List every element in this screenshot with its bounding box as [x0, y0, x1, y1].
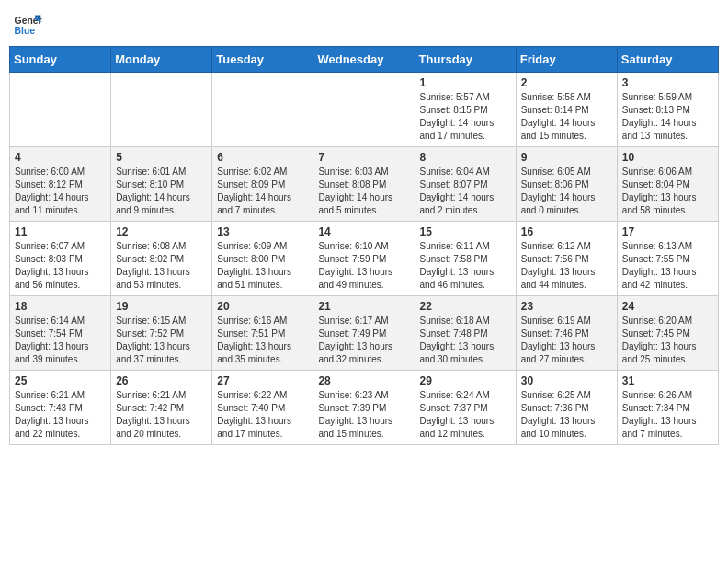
- day-info: Sunrise: 6:15 AM: [116, 315, 207, 327]
- day-info: Sunrise: 6:21 AM: [116, 389, 207, 402]
- header-tuesday: Tuesday: [212, 47, 313, 73]
- calendar-header-row: SundayMondayTuesdayWednesdayThursdayFrid…: [10, 47, 719, 73]
- day-info: and 17 minutes.: [420, 130, 511, 143]
- day-number: 17: [622, 225, 713, 238]
- day-number: 26: [116, 374, 207, 387]
- day-info: Sunset: 8:03 PM: [15, 253, 106, 266]
- day-number: 20: [217, 300, 308, 313]
- calendar-cell: 2Sunrise: 5:58 AMSunset: 8:14 PMDaylight…: [516, 73, 617, 147]
- day-info: Sunrise: 6:05 AM: [521, 166, 612, 178]
- day-info: Daylight: 13 hours: [420, 340, 511, 353]
- day-info: Sunrise: 6:24 AM: [420, 389, 511, 402]
- day-info: Daylight: 14 hours: [116, 191, 207, 204]
- day-number: 15: [420, 225, 511, 238]
- day-info: Sunrise: 6:16 AM: [217, 315, 308, 327]
- day-info: Sunrise: 6:11 AM: [420, 240, 511, 253]
- header-wednesday: Wednesday: [313, 47, 415, 73]
- day-info: Sunrise: 6:14 AM: [15, 315, 106, 327]
- svg-text:Blue: Blue: [15, 26, 36, 36]
- day-number: 28: [318, 374, 409, 387]
- day-info: Sunrise: 6:22 AM: [217, 389, 308, 402]
- day-info: and 58 minutes.: [622, 204, 713, 217]
- calendar-cell: 27Sunrise: 6:22 AMSunset: 7:40 PMDayligh…: [212, 371, 313, 445]
- calendar-cell: 8Sunrise: 6:04 AMSunset: 8:07 PMDaylight…: [415, 147, 516, 222]
- calendar-cell: [111, 73, 212, 147]
- day-info: and 46 minutes.: [420, 279, 511, 292]
- day-info: and 12 minutes.: [420, 428, 511, 441]
- day-info: Sunset: 8:08 PM: [318, 178, 409, 191]
- day-info: Sunrise: 6:06 AM: [622, 166, 713, 178]
- day-number: 30: [521, 374, 612, 387]
- calendar-cell: 29Sunrise: 6:24 AMSunset: 7:37 PMDayligh…: [415, 371, 516, 445]
- day-info: Sunset: 7:45 PM: [622, 327, 713, 340]
- calendar-cell: 17Sunrise: 6:13 AMSunset: 7:55 PMDayligh…: [617, 222, 718, 296]
- logo-icon: General Blue: [13, 9, 42, 39]
- day-info: Sunrise: 6:18 AM: [420, 315, 511, 327]
- calendar-cell: 30Sunrise: 6:25 AMSunset: 7:36 PMDayligh…: [516, 371, 617, 445]
- day-info: and 30 minutes.: [420, 353, 511, 366]
- day-info: and 13 minutes.: [622, 130, 713, 143]
- day-info: Daylight: 13 hours: [217, 415, 308, 428]
- day-info: and 39 minutes.: [15, 353, 106, 366]
- day-info: Sunset: 8:00 PM: [217, 253, 308, 266]
- day-info: Daylight: 14 hours: [15, 191, 106, 204]
- day-info: Sunrise: 6:08 AM: [116, 240, 207, 253]
- calendar-week-3: 11Sunrise: 6:07 AMSunset: 8:03 PMDayligh…: [10, 222, 719, 296]
- day-info: Sunset: 7:39 PM: [318, 402, 409, 415]
- calendar-cell: 4Sunrise: 6:00 AMSunset: 8:12 PMDaylight…: [10, 147, 111, 222]
- day-info: Sunset: 8:15 PM: [420, 104, 511, 117]
- calendar-cell: [313, 73, 415, 147]
- day-number: 31: [622, 374, 713, 387]
- day-info: and 20 minutes.: [116, 428, 207, 441]
- day-info: Daylight: 13 hours: [116, 266, 207, 279]
- day-info: Daylight: 14 hours: [521, 117, 612, 130]
- header-friday: Friday: [516, 47, 617, 73]
- day-number: 9: [521, 151, 612, 164]
- day-info: Sunset: 7:34 PM: [622, 402, 713, 415]
- day-number: 5: [116, 151, 207, 164]
- day-info: Sunset: 7:51 PM: [217, 327, 308, 340]
- day-info: Daylight: 13 hours: [116, 415, 207, 428]
- day-info: Sunset: 8:12 PM: [15, 178, 106, 191]
- day-info: and 17 minutes.: [217, 428, 308, 441]
- day-info: Daylight: 14 hours: [318, 191, 409, 204]
- day-info: Sunset: 7:43 PM: [15, 402, 106, 415]
- logo: General Blue: [13, 9, 46, 39]
- day-info: Daylight: 14 hours: [622, 117, 713, 130]
- day-number: 12: [116, 225, 207, 238]
- day-info: Sunrise: 6:26 AM: [622, 389, 713, 402]
- day-info: and 32 minutes.: [318, 353, 409, 366]
- day-info: Sunset: 7:36 PM: [521, 402, 612, 415]
- day-info: Sunrise: 6:12 AM: [521, 240, 612, 253]
- day-info: Sunset: 8:02 PM: [116, 253, 207, 266]
- calendar-cell: 9Sunrise: 6:05 AMSunset: 8:06 PMDaylight…: [516, 147, 617, 222]
- day-info: and 22 minutes.: [15, 428, 106, 441]
- calendar-cell: [10, 73, 111, 147]
- day-number: 10: [622, 151, 713, 164]
- day-number: 14: [318, 225, 409, 238]
- calendar-cell: 22Sunrise: 6:18 AMSunset: 7:48 PMDayligh…: [415, 296, 516, 371]
- day-info: Daylight: 13 hours: [15, 266, 106, 279]
- day-info: Sunset: 8:09 PM: [217, 178, 308, 191]
- day-info: Sunset: 8:04 PM: [622, 178, 713, 191]
- day-info: Sunrise: 6:09 AM: [217, 240, 308, 253]
- calendar-week-1: 1Sunrise: 5:57 AMSunset: 8:15 PMDaylight…: [10, 73, 719, 147]
- day-info: Daylight: 13 hours: [217, 340, 308, 353]
- day-info: Sunrise: 6:02 AM: [217, 166, 308, 178]
- day-number: 3: [622, 76, 713, 89]
- day-info: and 7 minutes.: [622, 428, 713, 441]
- day-number: 23: [521, 300, 612, 313]
- day-info: Sunrise: 6:01 AM: [116, 166, 207, 178]
- day-info: Sunrise: 6:21 AM: [15, 389, 106, 402]
- day-info: Sunset: 7:46 PM: [521, 327, 612, 340]
- calendar-cell: 7Sunrise: 6:03 AMSunset: 8:08 PMDaylight…: [313, 147, 415, 222]
- header-saturday: Saturday: [617, 47, 718, 73]
- day-info: Sunset: 7:37 PM: [420, 402, 511, 415]
- day-info: Sunrise: 6:13 AM: [622, 240, 713, 253]
- day-info: Sunrise: 6:17 AM: [318, 315, 409, 327]
- day-info: Daylight: 13 hours: [116, 340, 207, 353]
- page-header: General Blue: [9, 9, 719, 39]
- day-info: Daylight: 14 hours: [217, 191, 308, 204]
- day-number: 6: [217, 151, 308, 164]
- day-info: and 0 minutes.: [521, 204, 612, 217]
